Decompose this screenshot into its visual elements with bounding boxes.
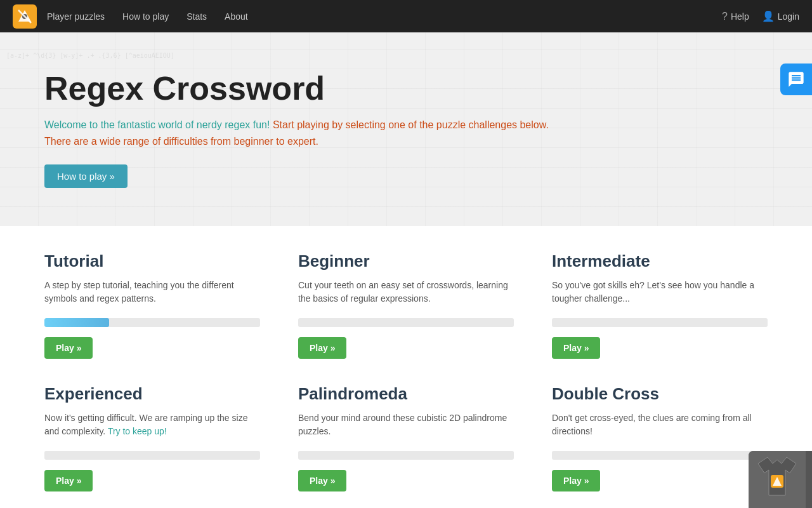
puzzle-title-palindromeda: Palindromeda — [298, 384, 514, 404]
puzzle-grid: TutorialA step by step tutorial, teachin… — [44, 251, 768, 491]
nav-player-puzzles[interactable]: Player puzzles — [47, 11, 105, 22]
puzzle-desc-palindromeda: Bend your mind around these cubistic 2D … — [298, 411, 514, 442]
puzzle-card-experienced: ExperiencedNow it's getting difficult. W… — [44, 384, 260, 491]
progress-bg-double-cross — [552, 451, 768, 460]
nav-links: Player puzzles How to play Stats About — [47, 11, 722, 22]
puzzle-card-tutorial: TutorialA step by step tutorial, teachin… — [44, 251, 260, 359]
play-button-experienced[interactable]: Play » — [44, 470, 93, 491]
help-icon: ? — [722, 11, 728, 22]
puzzle-desc-tutorial: A step by step tutorial, teaching you th… — [44, 279, 260, 309]
tshirt-icon — [749, 451, 806, 508]
how-to-play-button[interactable]: How to play » — [44, 164, 128, 188]
login-link[interactable]: 👤 Login — [762, 10, 799, 22]
chat-icon — [787, 70, 805, 88]
progress-fill-tutorial — [44, 318, 109, 327]
puzzle-title-double-cross: Double Cross — [552, 384, 768, 404]
nav-how-to-play[interactable]: How to play — [122, 11, 169, 22]
puzzle-desc-experienced: Now it's getting difficult. We are rampi… — [44, 411, 260, 442]
progress-bg-tutorial — [44, 318, 260, 327]
progress-bg-intermediate — [552, 318, 768, 327]
puzzle-card-beginner: BeginnerCut your teeth on an easy set of… — [298, 251, 514, 359]
user-icon: 👤 — [762, 10, 775, 22]
puzzle-title-experienced: Experienced — [44, 384, 260, 404]
main-content: TutorialA step by step tutorial, teachin… — [0, 226, 812, 508]
puzzle-desc-beginner: Cut your teeth on an easy set of crosswo… — [298, 279, 514, 309]
nav-stats[interactable]: Stats — [187, 11, 207, 22]
hero-description: Welcome to the fantastic world of nerdy … — [44, 117, 577, 149]
hero-text-highlight: Welcome to the fantastic world of nerdy … — [44, 119, 270, 130]
puzzle-card-double-cross: Double CrossDon't get cross-eyed, the cl… — [552, 384, 768, 491]
puzzle-desc-double-cross: Don't get cross-eyed, the clues are comi… — [552, 411, 768, 442]
puzzle-title-intermediate: Intermediate — [552, 251, 768, 271]
try-to-keep-up-link[interactable]: Try to keep up! — [108, 426, 167, 436]
navbar: Player puzzles How to play Stats About ?… — [0, 0, 812, 32]
play-button-double-cross[interactable]: Play » — [552, 470, 600, 491]
chat-bubble[interactable] — [780, 64, 812, 95]
progress-bg-palindromeda — [298, 451, 514, 460]
merch-image — [749, 451, 812, 508]
play-button-tutorial[interactable]: Play » — [44, 337, 93, 359]
play-button-palindromeda[interactable]: Play » — [298, 470, 346, 491]
puzzle-title-tutorial: Tutorial — [44, 251, 260, 271]
progress-bg-experienced — [44, 451, 260, 460]
hero-title: Regex Crossword — [44, 70, 768, 107]
merch-corner[interactable] — [749, 451, 812, 508]
nav-right: ? Help 👤 Login — [722, 10, 799, 22]
puzzle-card-palindromeda: PalindromedaBend your mind around these … — [298, 384, 514, 491]
puzzle-desc-intermediate: So you've got skills eh? Let's see how y… — [552, 279, 768, 309]
nav-about[interactable]: About — [225, 11, 248, 22]
play-button-beginner[interactable]: Play » — [298, 337, 346, 359]
site-logo[interactable] — [13, 4, 37, 29]
progress-bg-beginner — [298, 318, 514, 327]
help-link[interactable]: ? Help — [722, 11, 749, 22]
puzzle-card-intermediate: IntermediateSo you've got skills eh? Let… — [552, 251, 768, 359]
play-button-intermediate[interactable]: Play » — [552, 337, 600, 359]
puzzle-title-beginner: Beginner — [298, 251, 514, 271]
hero-section: Regex Crossword Welcome to the fantastic… — [0, 32, 812, 226]
